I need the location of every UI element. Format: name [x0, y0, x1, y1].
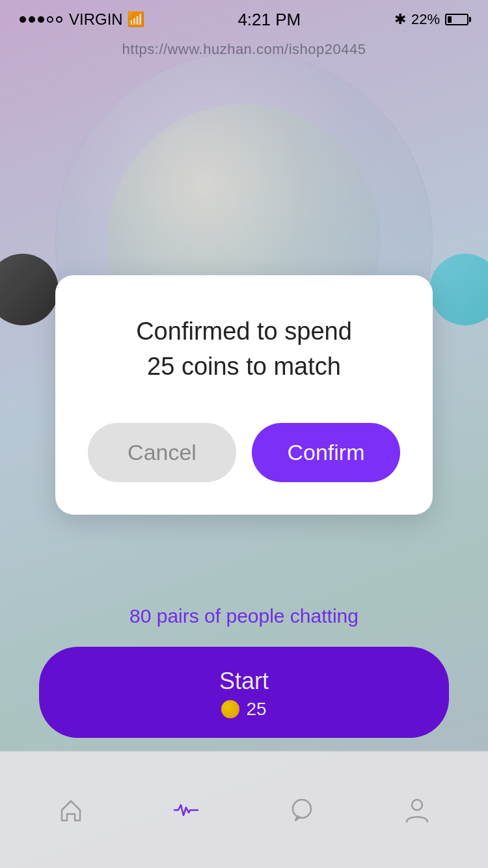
- cancel-button[interactable]: Cancel: [88, 423, 236, 482]
- modal-overlay: Confirmed to spend 25 coins to match Can…: [0, 0, 488, 868]
- modal-message-line1: Confirmed to spend: [136, 318, 352, 345]
- confirm-modal: Confirmed to spend 25 coins to match Can…: [55, 275, 433, 514]
- confirm-button[interactable]: Confirm: [252, 423, 400, 482]
- modal-message: Confirmed to spend 25 coins to match: [88, 314, 400, 383]
- modal-message-line2: 25 coins to match: [147, 353, 341, 380]
- modal-buttons: Cancel Confirm: [88, 423, 400, 482]
